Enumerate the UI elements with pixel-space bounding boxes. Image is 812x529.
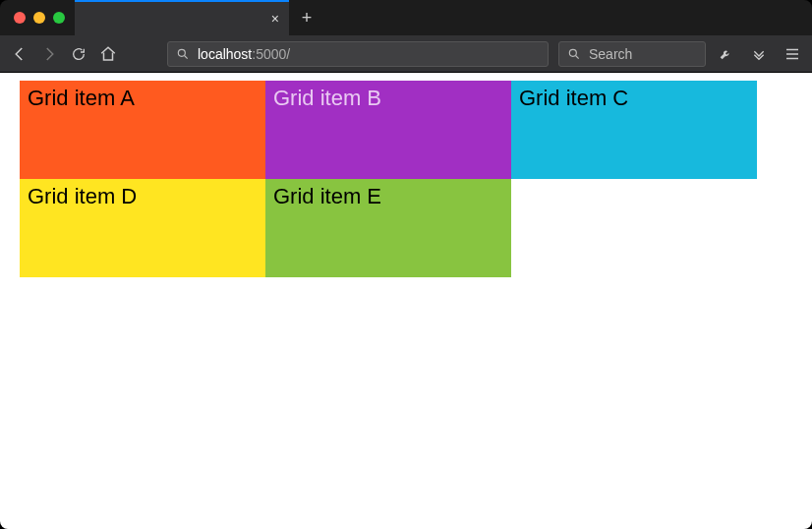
developer-tools-icon[interactable] [716,44,735,64]
window-minimize-button[interactable] [33,12,45,24]
grid-item: Grid item C [511,81,757,179]
reload-button[interactable] [69,44,88,64]
search-icon [567,47,581,61]
search-bar[interactable]: Search [558,41,706,67]
url-host: localhost [198,46,252,62]
grid-item: Grid item E [265,179,511,277]
window-close-button[interactable] [14,12,26,24]
window-controls [8,0,75,35]
url-text: localhost:5000/ [198,46,290,62]
page-content: Grid item AGrid item BGrid item CGrid it… [0,73,812,529]
search-icon [176,47,190,61]
search-placeholder: Search [589,46,632,62]
overflow-icon[interactable] [749,44,769,64]
tab-strip: × + [0,0,812,35]
svg-point-0 [178,49,185,56]
grid-container: Grid item AGrid item BGrid item CGrid it… [20,81,792,277]
grid-item: Grid item B [265,81,511,179]
back-button[interactable] [10,44,29,64]
menu-button[interactable] [783,44,802,64]
browser-tab[interactable]: × [75,0,289,35]
home-button[interactable] [98,44,118,64]
tab-close-button[interactable]: × [271,12,279,26]
grid-item: Grid item A [20,81,265,179]
svg-point-1 [569,49,576,56]
forward-button[interactable] [39,44,59,64]
new-tab-button[interactable]: + [289,0,324,35]
address-bar[interactable]: localhost:5000/ [167,41,549,67]
url-path: :5000/ [252,46,290,62]
window-zoom-button[interactable] [53,12,65,24]
toolbar: localhost:5000/ Search [0,35,812,73]
grid-item: Grid item D [20,179,265,277]
